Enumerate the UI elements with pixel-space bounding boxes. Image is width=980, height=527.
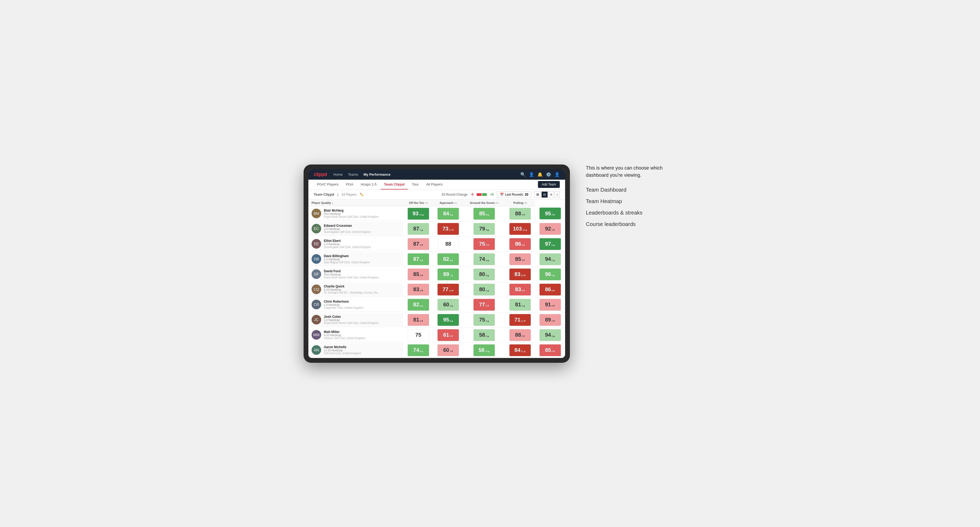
nav-teams[interactable]: Teams: [348, 171, 358, 178]
score-putting: 975▲: [535, 237, 565, 252]
table-row[interactable]: JCJosh Coles1-5 HandicapRoyal North Devo…: [309, 312, 565, 327]
table-row[interactable]: ECEdward Crossman1-5 HandicapSunningdale…: [309, 221, 565, 237]
score-putting: 959▲: [535, 206, 565, 221]
logo[interactable]: clippd: [314, 171, 327, 177]
score-putting: 892▼: [535, 312, 565, 327]
player-club: Royal North Devon Golf Club, United King…: [324, 322, 379, 324]
score-off_tee: 613▼: [433, 327, 463, 343]
avatar-icon[interactable]: 👤: [554, 172, 560, 177]
nav-my-performance[interactable]: My Performance: [363, 171, 390, 178]
score-around_green: 7111▼: [505, 312, 535, 327]
score-approach: 753▼: [463, 237, 505, 252]
subnav-pga[interactable]: PGA: [343, 179, 356, 189]
header-off-tee: Off the Tee —: [403, 200, 433, 206]
bar-green: [482, 193, 487, 196]
table-row[interactable]: DFDavid FordPlus HandicapRoyal North Dev…: [309, 267, 565, 282]
add-team-button[interactable]: Add Team: [538, 181, 560, 188]
round-change-label: 20 Round Change: [442, 193, 467, 197]
score-quality: 853▼: [403, 267, 433, 282]
view-icons: ⊞ ⊟ ≡ ↕: [535, 191, 560, 198]
table-row[interactable]: CQCharlie Quick6-10 HandicapSt. George's…: [309, 282, 565, 297]
player-club: Sunningdale Golf Club, United Kingdom: [324, 230, 371, 233]
player-cell: ANAaron Nicholls11-15 HandicapDrift Golf…: [309, 343, 403, 358]
table-view-button[interactable]: ⊟: [541, 191, 548, 198]
avatar: CR: [312, 300, 321, 309]
player-club: Drift Golf Club, United Kingdom: [324, 352, 361, 355]
ipad-frame: clippd Home Teams My Performance 🔍 👤 🔔 ⚙…: [304, 165, 570, 363]
nav-bar: clippd Home Teams My Performance 🔍 👤 🔔 ⚙…: [309, 169, 565, 179]
table-row[interactable]: DBDave Billingham1-5 HandicapGog Magog G…: [309, 252, 565, 267]
settings-icon[interactable]: ⚙️: [546, 172, 551, 177]
annotation-item: Team Heatmap: [586, 198, 676, 205]
player-handicap: Plus Handicap: [324, 273, 379, 276]
score-off_tee: 824▲: [433, 252, 463, 267]
table-row[interactable]: ANAaron Nicholls11-15 HandicapDrift Golf…: [309, 343, 565, 358]
search-icon[interactable]: 🔍: [520, 172, 526, 177]
players-table: Player Quality ↓ Off the Tee — Approach …: [309, 200, 565, 358]
player-name: Matt Miller: [324, 330, 365, 334]
people-icon[interactable]: 👤: [529, 172, 534, 177]
avatar: DF: [312, 269, 321, 279]
score-around_green: 882▼: [505, 327, 535, 343]
table-row[interactable]: EEElliot Ebert1-5 HandicapSunningdale Go…: [309, 237, 565, 252]
score-putting: 868▼: [535, 282, 565, 297]
player-handicap: 6-10 Handicap: [324, 334, 365, 337]
player-cell: ECEdward Crossman1-5 HandicapSunningdale…: [309, 221, 403, 237]
annotation-item: Leaderboards & streaks: [586, 210, 676, 216]
score-putting: 923▼: [535, 221, 565, 237]
ipad-screen: clippd Home Teams My Performance 🔍 👤 🔔 ⚙…: [309, 169, 565, 358]
score-putting: 943▲: [535, 327, 565, 343]
annotation-item: Course leaderboards: [586, 221, 676, 227]
grid-view-button[interactable]: ⊞: [535, 191, 541, 198]
team-name: Team Clippd: [314, 192, 334, 197]
player-name: Josh Coles: [324, 315, 379, 319]
subnav-hcaps[interactable]: Hcaps 1-5: [358, 179, 380, 189]
table-row[interactable]: MMMatt Miller6-10 HandicapWoburn Golf Cl…: [309, 327, 565, 343]
player-handicap: 1-5 Handicap: [324, 243, 371, 246]
player-handicap: Plus Handicap: [324, 213, 379, 215]
player-name: Blair McHarg: [324, 209, 379, 213]
sort-button[interactable]: ↕: [554, 191, 560, 198]
avatar: EE: [312, 239, 321, 249]
list-view-button[interactable]: ≡: [548, 191, 554, 198]
player-club: Woburn Golf Club, United Kingdom: [324, 337, 365, 340]
table-container: Player Quality ↓ Off the Tee — Approach …: [309, 200, 565, 358]
annotation-panel: This is where you can choose which dashb…: [586, 165, 676, 227]
bar-red: [477, 193, 482, 196]
score-around_green: 866▼: [505, 237, 535, 252]
annotation-items: Team DashboardTeam HeatmapLeaderboards &…: [586, 187, 676, 227]
score-around_green: 814▲: [505, 297, 535, 312]
score-around_green: 836▼: [505, 282, 535, 297]
score-off_tee: 88: [433, 237, 463, 252]
edit-icon[interactable]: ✏️: [360, 193, 364, 197]
score-quality: 93+4▲: [403, 206, 433, 221]
score-approach: 584▲: [463, 327, 505, 343]
player-club: Royal North Devon Golf Club, United King…: [324, 215, 379, 218]
change-bar: [477, 193, 487, 196]
player-handicap: 1-5 Handicap: [324, 258, 370, 261]
subnav-pgat[interactable]: PGAT Players: [314, 179, 342, 189]
header-putting: Putting —: [505, 200, 535, 206]
score-around_green: 8310▼: [505, 267, 535, 282]
table-row[interactable]: CRChris Robertson1-5 HandicapCraigmillar…: [309, 297, 565, 312]
subnav-team-clippd[interactable]: Team Clippd: [381, 179, 408, 189]
subnav-tour[interactable]: Tour: [409, 179, 422, 189]
avatar: DB: [312, 254, 321, 264]
score-off_tee: 602▲: [433, 297, 463, 312]
score-off_tee: 846▲: [433, 206, 463, 221]
player-handicap: 1-5 Handicap: [324, 303, 363, 306]
last-rounds-button[interactable]: 📅 Last Rounds: 20: [497, 191, 531, 198]
score-quality: 823▲: [403, 297, 433, 312]
subnav-all-players[interactable]: All Players: [423, 179, 445, 189]
nav-home[interactable]: Home: [333, 171, 343, 178]
separator: |: [337, 193, 338, 197]
toolbar: Team Clippd | 14 Players ✏️ 20 Round Cha…: [309, 190, 565, 200]
score-quality: 75: [403, 327, 433, 343]
player-name: Chris Robertson: [324, 300, 363, 303]
bell-icon[interactable]: 🔔: [538, 172, 543, 177]
annotation-callout: This is where you can choose which dashb…: [586, 165, 676, 179]
annotation-item: Team Dashboard: [586, 187, 676, 193]
score-around_green: 8421▲: [505, 343, 535, 358]
table-row[interactable]: BMBlair McHargPlus HandicapRoyal North D…: [309, 206, 565, 221]
player-cell: MMMatt Miller6-10 HandicapWoburn Golf Cl…: [309, 327, 403, 343]
